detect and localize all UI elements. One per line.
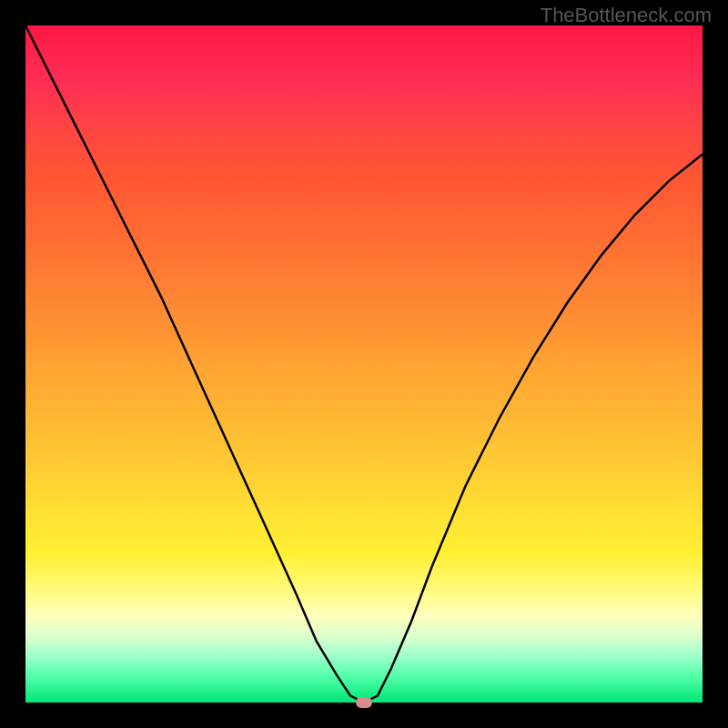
- optimum-marker: [356, 697, 372, 708]
- chart-container: TheBottleneck.com: [0, 0, 728, 728]
- plot-area: [25, 25, 703, 703]
- bottleneck-curve: [25, 25, 703, 703]
- watermark-label: TheBottleneck.com: [541, 4, 712, 27]
